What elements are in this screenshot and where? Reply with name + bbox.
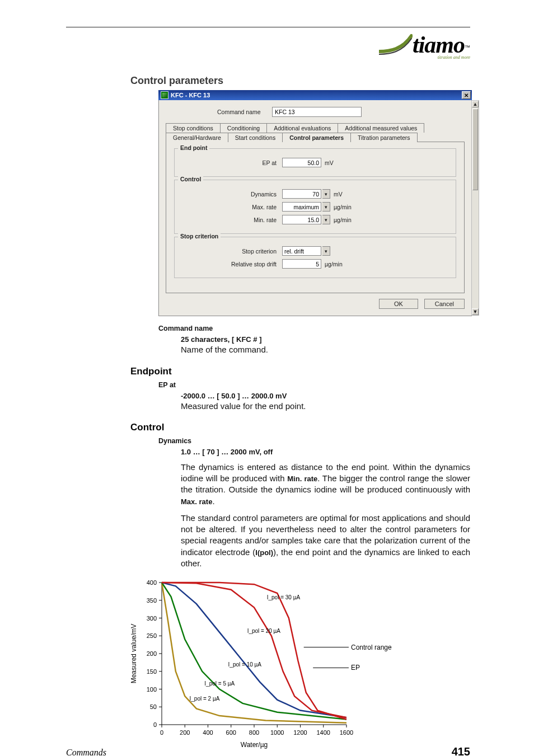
header-rule xyxy=(66,27,470,27)
tab-general-hardware[interactable]: General/Hardware xyxy=(166,133,228,142)
entry-dynamics-title: Dynamics xyxy=(158,436,470,446)
scroll-up-button[interactable]: ▲ xyxy=(472,101,479,107)
term-max-rate: Max. rate xyxy=(181,497,212,506)
svg-text:Measured value/mV: Measured value/mV xyxy=(130,624,138,684)
svg-text:400: 400 xyxy=(203,729,213,736)
entry-command-name-desc: Name of the command. xyxy=(181,344,470,355)
brand-name: tiamo™ xyxy=(413,45,470,54)
heading-endpoint: Endpoint xyxy=(130,366,470,377)
entry-dynamics-p1-c: . xyxy=(212,496,214,506)
svg-text:250: 250 xyxy=(147,632,157,639)
scroll-down-button[interactable]: ▼ xyxy=(472,308,479,315)
tab-panel-control-parameters: End point EP at mV xyxy=(166,142,465,293)
chevron-down-icon: ▾ xyxy=(325,191,327,197)
tab-control-parameters[interactable]: Control parameters xyxy=(282,133,351,142)
row-dynamics: Dynamics ▾ mV xyxy=(180,189,450,199)
dialog-tabs: Stop conditions Conditioning Additional … xyxy=(166,123,465,293)
svg-text:200: 200 xyxy=(180,729,190,736)
input-stop-criterion[interactable] xyxy=(282,246,321,256)
svg-text:I_pol = 2 µA: I_pol = 2 µA xyxy=(190,696,220,702)
footer: Commands 415 xyxy=(66,745,470,756)
dialog-title: KFC - KFC 13 xyxy=(171,92,210,98)
svg-text:200: 200 xyxy=(147,650,157,657)
dropdown-stop-criterion[interactable]: ▾ xyxy=(322,246,330,256)
input-min-rate[interactable] xyxy=(282,215,321,224)
svg-text:350: 350 xyxy=(147,597,157,604)
heading-control: Control xyxy=(130,422,470,433)
row-stop-criterion: Stop criterion ▾ xyxy=(180,246,450,256)
entry-dynamics: Dynamics 1.0 … [ 70 ] … 2000 mV, off The… xyxy=(158,436,470,569)
svg-text:150: 150 xyxy=(147,668,157,675)
entry-dynamics-p1: The dynamics is entered as distance to t… xyxy=(181,462,470,507)
footer-section: Commands xyxy=(66,748,106,756)
entry-command-name-spec: 25 characters, [ KFC # ] xyxy=(181,335,470,345)
svg-text:I_pol = 5 µA: I_pol = 5 µA xyxy=(204,680,235,687)
tab-titration-parameters[interactable]: Titration parameters xyxy=(350,133,418,142)
unit-max-rate: µg/min xyxy=(334,204,352,210)
input-ep-at[interactable] xyxy=(282,158,321,167)
label-min-rate: Min. rate xyxy=(180,217,282,223)
svg-text:300: 300 xyxy=(147,615,157,622)
dialog-screenshot: KFC - KFC 13 ✕ ▲ ▼ Command name Stop xyxy=(158,90,472,316)
row-rel-stop-drift: Relative stop drift µg/min xyxy=(180,259,450,269)
label-dynamics: Dynamics xyxy=(180,191,282,198)
svg-text:0: 0 xyxy=(153,721,157,728)
dialog-scrollbar[interactable]: ▲ ▼ xyxy=(471,100,479,316)
chevron-down-icon: ▾ xyxy=(325,217,327,223)
input-dynamics[interactable] xyxy=(282,189,321,199)
term-min-rate: Min. rate xyxy=(287,475,317,483)
command-name-input[interactable] xyxy=(272,107,362,117)
svg-text:1200: 1200 xyxy=(293,729,307,736)
dialog-titlebar: KFC - KFC 13 ✕ xyxy=(158,90,472,100)
tab-additional-evaluations[interactable]: Additional evaluations xyxy=(266,123,338,133)
unit-ep-at: mV xyxy=(325,159,334,166)
row-max-rate: Max. rate ▾ µg/min xyxy=(180,202,450,212)
svg-text:600: 600 xyxy=(226,729,236,736)
svg-text:I_pol = 10 µA: I_pol = 10 µA xyxy=(228,662,262,668)
input-max-rate[interactable] xyxy=(282,202,321,212)
heading-control-parameters: Control parameters xyxy=(130,75,470,87)
chevron-down-icon: ▾ xyxy=(325,248,327,254)
group-end-point-legend: End point xyxy=(178,144,209,151)
term-ipol: I(pol) xyxy=(255,548,273,557)
footer-page-number: 415 xyxy=(452,745,470,756)
tab-conditioning[interactable]: Conditioning xyxy=(220,123,267,133)
label-max-rate: Max. rate xyxy=(180,204,282,210)
chart-svg: 0200400600800100012001400160005010015020… xyxy=(128,577,408,750)
command-name-row: Command name xyxy=(166,107,465,117)
group-stop-criterion-legend: Stop criterion xyxy=(178,233,221,240)
dropdown-dynamics[interactable]: ▾ xyxy=(322,189,330,199)
svg-text:0: 0 xyxy=(160,729,163,736)
dropdown-min-rate[interactable]: ▾ xyxy=(322,215,330,224)
tab-stop-conditions[interactable]: Stop conditions xyxy=(166,123,221,133)
scroll-thumb[interactable] xyxy=(472,109,478,190)
brand-logo: tiamo™ titration and more xyxy=(413,31,470,60)
dialog-buttons: OK Cancel xyxy=(166,299,465,309)
label-stop-criterion: Stop criterion xyxy=(180,248,282,255)
unit-rel-stop-drift: µg/min xyxy=(325,261,343,267)
svg-text:EP: EP xyxy=(351,664,360,672)
entry-ep-at-spec: -2000.0 … [ 50.0 ] … 2000.0 mV xyxy=(181,391,470,401)
cancel-button[interactable]: Cancel xyxy=(424,299,465,309)
svg-text:800: 800 xyxy=(249,729,259,736)
entry-dynamics-p2: The standard control parameters are opti… xyxy=(181,513,470,569)
svg-text:Control range: Control range xyxy=(351,644,392,651)
unit-min-rate: µg/min xyxy=(334,217,352,223)
entry-ep-at: EP at -2000.0 … [ 50.0 ] … 2000.0 mV Mea… xyxy=(158,381,470,412)
unit-dynamics: mV xyxy=(334,191,343,198)
entry-command-name-title: Command name xyxy=(158,324,470,334)
tab-additional-measured-values[interactable]: Additional measured values xyxy=(338,123,424,133)
label-ep-at: EP at xyxy=(180,159,282,166)
entry-ep-at-title: EP at xyxy=(158,381,470,390)
ok-button[interactable]: OK xyxy=(379,299,418,309)
input-rel-stop-drift[interactable] xyxy=(282,259,321,269)
svg-text:400: 400 xyxy=(147,579,157,586)
entry-dynamics-spec: 1.0 … [ 70 ] … 2000 mV, off xyxy=(181,447,470,457)
svg-text:50: 50 xyxy=(150,703,157,710)
close-icon: ✕ xyxy=(464,92,469,98)
label-rel-stop-drift: Relative stop drift xyxy=(180,261,282,267)
dropdown-max-rate[interactable]: ▾ xyxy=(322,202,330,212)
tab-start-conditions[interactable]: Start conditions xyxy=(228,133,283,142)
close-button[interactable]: ✕ xyxy=(462,91,471,99)
group-control-legend: Control xyxy=(178,176,203,182)
